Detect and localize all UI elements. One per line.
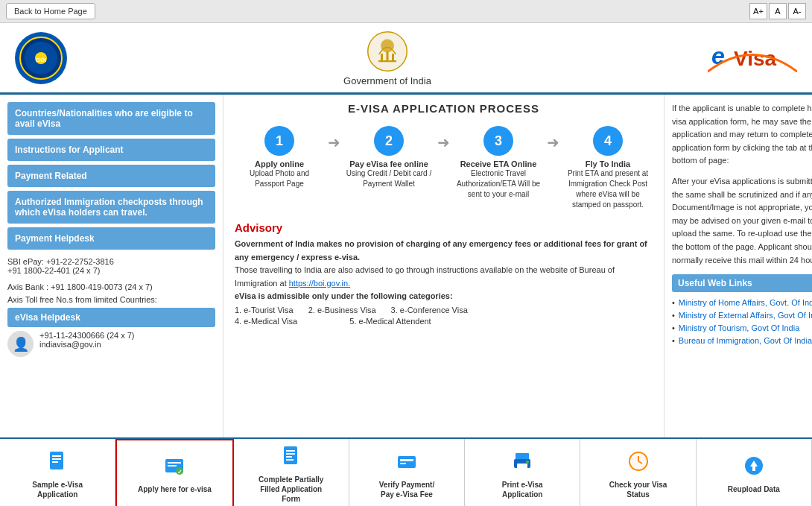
link-4[interactable]: • Bureau of Immigration, Govt Of India	[672, 336, 812, 345]
svg-rect-27	[400, 459, 413, 461]
print-icon	[511, 450, 533, 477]
svg-point-5	[381, 39, 394, 53]
svg-rect-6	[381, 54, 383, 60]
step-4: 4 Fly To India Print ETA and present at …	[563, 126, 653, 210]
right-panel: If the applicant is unable to complete h…	[664, 95, 812, 437]
svg-rect-28	[400, 463, 406, 464]
svg-rect-18	[168, 465, 177, 467]
sidebar-item-immigration[interactable]: Authorized Immigration checkposts throug…	[7, 191, 215, 224]
step-1: 1 Apply online Upload Photo and Passport…	[235, 126, 324, 189]
sample-evisa-btn[interactable]: Sample e-VisaApplication	[0, 439, 115, 506]
sidebar-item-instructions[interactable]: Instructions for Applicant	[7, 139, 215, 161]
svg-rect-21	[284, 446, 297, 464]
advisory-link[interactable]: https://boi.gov.in.	[289, 279, 350, 288]
advisory-title: Advisory	[235, 221, 653, 234]
step-2-desc: Using Credit / Debit card / Payment Wall…	[344, 168, 434, 189]
advisory-para2: Those travelling to India are also advis…	[235, 264, 653, 290]
sidebar-item-helpdesk[interactable]: Payment Helpdesk	[7, 227, 215, 250]
left-logo: GOI	[15, 32, 67, 84]
verify-label: Verify Payment/Pay e-Visa Fee	[379, 480, 434, 499]
print-btn[interactable]: Print e-VisaApplication	[465, 439, 580, 506]
svg-point-32	[526, 461, 529, 464]
verify-icon	[396, 450, 418, 477]
svg-rect-9	[378, 60, 396, 62]
link-1[interactable]: • Ministry of Home Affairs, Govt. Of Ind…	[672, 298, 812, 307]
advisory-para1: Government of India makes no provision o…	[235, 238, 653, 264]
sample-icon	[46, 450, 69, 477]
verify-btn[interactable]: Verify Payment/Pay e-Visa Fee	[349, 439, 465, 506]
svg-rect-14	[52, 458, 61, 460]
arrow-1: ➜	[328, 133, 340, 151]
apply-evisa-btn[interactable]: ✓ Apply here for e-visa	[115, 439, 233, 506]
complete-btn[interactable]: Complete PartiallyFilled ApplicationForm	[234, 439, 349, 506]
steps-container: 1 Apply online Upload Photo and Passport…	[235, 126, 653, 210]
sidebar-item-countries[interactable]: Countries/Nationalities who are eligible…	[7, 102, 215, 135]
step-3-circle: 3	[483, 126, 513, 156]
check-label: Check your VisaStatus	[609, 480, 667, 499]
cat-3: 3. e-Conference Visa	[391, 306, 468, 314]
bottom-buttons: Sample e-VisaApplication ✓ Apply here fo…	[0, 437, 812, 506]
svg-rect-22	[286, 450, 295, 452]
center-content: E-VISA APPLICATION PROCESS 1 Apply onlin…	[223, 95, 664, 437]
advisory-text-bold: Government of India makes no provision o…	[235, 239, 647, 262]
gov-title: Government of India	[343, 75, 431, 86]
helpdesk-phone: +91-11-24300666 (24 x 7)	[39, 331, 135, 340]
step-3-desc: Electronic Travel Authorization/ETA Will…	[454, 168, 543, 200]
reupload-label: Reupload Data	[728, 484, 780, 494]
step-4-title: Fly To India	[586, 159, 630, 168]
svg-rect-12	[50, 452, 63, 469]
process-title: E-VISA APPLICATION PROCESS	[235, 102, 653, 115]
svg-rect-25	[286, 459, 294, 461]
print-label: Print e-VisaApplication	[502, 480, 543, 499]
complete-icon	[280, 445, 302, 472]
check-status-btn[interactable]: Check your VisaStatus	[580, 439, 696, 506]
cat-4: 4. e-Medical Visa	[235, 317, 297, 326]
evisa-logo: e Visa	[708, 34, 797, 81]
sample-label: Sample e-VisaApplication	[32, 480, 83, 499]
useful-links-title: Useful Web Links	[672, 274, 812, 292]
step-2: 2 Pay eVisa fee online Using Credit / De…	[344, 126, 434, 189]
avatar: 👤	[7, 331, 34, 357]
link-2[interactable]: • Ministry of External Affairs, Govt Of …	[672, 311, 812, 320]
apply-label: Apply here for e-visa	[138, 484, 212, 494]
back-home-button[interactable]: Back to Home Page	[6, 3, 95, 19]
advisory-para3: eVisa is admissible only under the follo…	[235, 290, 653, 303]
font-normal-btn[interactable]: A	[769, 3, 787, 19]
cat-2: 2. e-Business Visa	[308, 306, 376, 314]
svg-rect-23	[286, 453, 295, 455]
sidebar: Countries/Nationalities who are eligible…	[0, 95, 223, 437]
axis-info: Axis Bank : +91 1800-419-0073 (24 x 7)	[7, 282, 215, 291]
font-controls: A+ A A-	[749, 3, 806, 19]
top-bar: Back to Home Page A+ A A-	[0, 0, 812, 23]
step-1-desc: Upload Photo and Passport Page	[235, 168, 324, 189]
arrow-3: ➜	[547, 133, 559, 151]
sbi-info: SBI ePay: +91-22-2752-3816 +91 1800-22-4…	[7, 253, 215, 279]
step-3-title: Receive ETA Online	[460, 159, 537, 168]
check-icon	[627, 450, 650, 477]
toll-free: Axis Toll free No.s from limited Countri…	[7, 295, 215, 304]
main-container: Countries/Nationalities who are eligible…	[0, 95, 812, 437]
svg-rect-7	[386, 51, 388, 60]
header-center: Government of India	[343, 29, 431, 86]
sidebar-item-payment[interactable]: Payment Related	[7, 165, 215, 187]
font-increase-btn[interactable]: A+	[749, 3, 767, 19]
arrow-2: ➜	[437, 133, 450, 151]
reupload-icon	[743, 455, 765, 481]
step-2-title: Pay eVisa fee online	[349, 159, 428, 168]
reupload-btn[interactable]: Reupload Data	[697, 439, 812, 506]
svg-rect-15	[52, 461, 58, 463]
step-4-desc: Print ETA and present at Immigration Che…	[563, 168, 653, 210]
font-decrease-btn[interactable]: A-	[788, 3, 806, 19]
helpdesk-info: 👤 +91-11-24300666 (24 x 7) indiavisa@gov…	[7, 331, 215, 357]
svg-text:GOI: GOI	[36, 57, 47, 63]
category-list-2: 4. e-Medical Visa 5. e-Medical Attendent	[235, 317, 653, 326]
svg-rect-26	[398, 456, 416, 468]
cat-1: 1. e-Tourist Visa	[235, 306, 294, 314]
category-list-1: 1. e-Tourist Visa 2. e-Business Visa 3. …	[235, 306, 653, 314]
step-3: 3 Receive ETA Online Electronic Travel A…	[454, 126, 543, 200]
link-3[interactable]: • Ministry of Tourism, Govt Of India	[672, 323, 812, 332]
cat-5: 5. e-Medical Attendent	[349, 317, 431, 326]
apply-icon: ✓	[163, 455, 185, 481]
evisa-helpdesk-title: eVisa Helpdesk	[7, 308, 215, 327]
step-2-circle: 2	[374, 126, 404, 156]
